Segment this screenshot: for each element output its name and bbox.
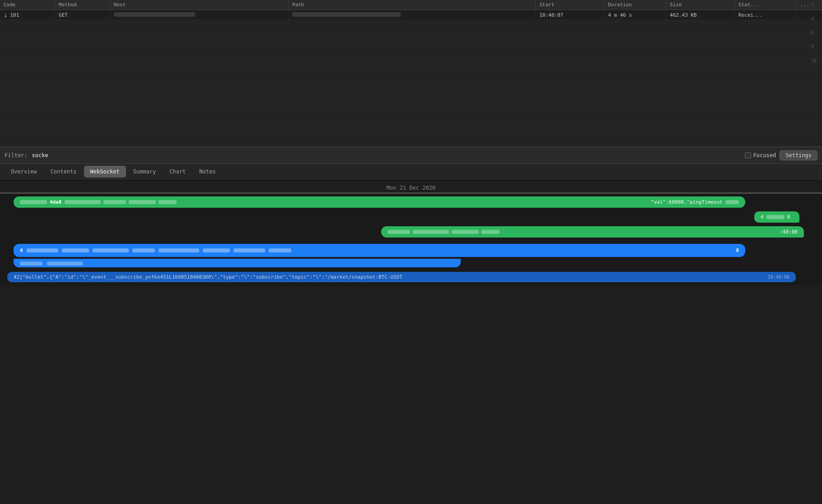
blurred-text <box>47 261 83 266</box>
msg-num-right: 8 <box>736 247 739 253</box>
msg-num-left: 4 <box>20 247 23 253</box>
code-value: 101 <box>10 12 19 18</box>
tab-contents[interactable]: Contents <box>44 166 83 177</box>
ws-message-row-5[interactable]: 42["bullet",{"A":"id":"\"_event___subscr… <box>0 271 822 284</box>
table-row-empty <box>0 134 822 147</box>
blurred-text <box>132 248 155 252</box>
ws-message-row-4b <box>0 257 822 269</box>
table-row-empty <box>0 121 822 134</box>
blurred-text <box>725 200 739 204</box>
col-header-method[interactable]: Method <box>55 0 110 10</box>
msg-count-right: 8 <box>787 214 790 220</box>
settings-button[interactable]: Settings <box>780 150 817 160</box>
blurred-text <box>103 200 126 204</box>
blurred-text <box>203 248 230 252</box>
col-header-size[interactable]: Size <box>666 0 735 10</box>
path-blurred <box>292 12 401 17</box>
row-numbers: 2 4 6 8 10 <box>811 0 817 63</box>
blurred-text <box>159 248 199 252</box>
host-blurred <box>114 12 195 17</box>
cell-host <box>110 10 288 20</box>
table-row-empty <box>0 109 822 121</box>
blurred-text <box>20 200 47 204</box>
msg-timestamp-2: 10:40:08 <box>768 275 789 280</box>
focused-checkbox-wrapper[interactable]: Focused <box>745 152 776 159</box>
blurred-text <box>481 230 500 234</box>
ws-bubble-green-1[interactable]: 4da8 "val":60000,"pingTimeout <box>14 196 745 208</box>
table-row-empty <box>0 20 822 33</box>
msg-text-suffix: "val":60000,"pingTimeout <box>651 199 723 205</box>
filter-input[interactable] <box>32 152 740 159</box>
focused-checkbox[interactable] <box>745 152 751 159</box>
col-header-path[interactable]: Path <box>288 0 535 10</box>
ws-bubble-green-small[interactable]: 4 8 <box>754 211 799 223</box>
blurred-text <box>766 215 785 219</box>
filter-label: Filter: <box>5 152 28 159</box>
table-row-empty <box>0 84 822 96</box>
tab-websocket[interactable]: WebSocket <box>84 166 126 177</box>
table-row-empty <box>0 58 822 71</box>
tab-chart[interactable]: Chart <box>163 166 192 177</box>
msg-timestamp: :40:08 <box>780 229 798 235</box>
cell-status: Recei... <box>735 10 797 20</box>
timeline-separator <box>0 193 822 193</box>
blurred-text <box>129 200 156 204</box>
col-header-host[interactable]: Host <box>110 0 288 10</box>
table-header-row: Code Method Host Path Start Duration Siz… <box>0 0 822 10</box>
date-header: Mon 21 Dec 2020 <box>0 181 822 193</box>
ws-message-row-2[interactable]: 4 8 <box>0 210 822 224</box>
tab-notes[interactable]: Notes <box>193 166 222 177</box>
download-arrow-icon: ↓ <box>4 12 7 18</box>
cell-more <box>796 10 822 20</box>
table-row-empty <box>0 96 822 109</box>
filter-right-controls: Focused Settings <box>745 150 817 160</box>
network-table: Code Method Host Path Start Duration Siz… <box>0 0 822 147</box>
tabs-bar: Overview Contents WebSocket Summary Char… <box>0 164 822 179</box>
ws-bubble-blue-1[interactable]: 4 8 <box>14 244 745 257</box>
col-header-duration[interactable]: Duration <box>604 0 666 10</box>
table-row[interactable]: ↓ 101 GET 10:40:07 4 m 46 s 462.43 KB Re… <box>0 10 822 20</box>
ws-bubble-blue-2[interactable]: 42["bullet",{"A":"id":"\"_event___subscr… <box>7 272 796 282</box>
msg-text-prefix: 4da8 <box>50 199 62 205</box>
ws-message-row-3[interactable]: :40:08 <box>0 225 822 239</box>
msg-raw-text: 42["bullet",{"A":"id":"\"_event___subscr… <box>14 274 402 280</box>
cell-code: ↓ 101 <box>0 10 55 20</box>
blurred-text <box>269 248 291 252</box>
tab-summary[interactable]: Summary <box>127 166 163 177</box>
cell-size: 462.43 KB <box>666 10 735 20</box>
ws-message-row-4[interactable]: 4 8 <box>0 243 822 258</box>
blurred-text <box>388 230 410 234</box>
ws-messages-area: Mon 21 Dec 2020 4da8 "val":60000,"pingTi… <box>0 179 822 285</box>
blurred-text <box>234 248 265 252</box>
table-row-empty <box>0 46 822 58</box>
col-header-code[interactable]: Code <box>0 0 55 10</box>
blurred-text <box>452 230 479 234</box>
blurred-text <box>27 248 58 252</box>
blurred-text <box>20 261 42 266</box>
blurred-text <box>93 248 129 252</box>
focused-label: Focused <box>753 152 776 159</box>
filter-bar: Filter: Focused Settings <box>0 147 822 164</box>
ws-message-row-1[interactable]: 4da8 "val":60000,"pingTimeout <box>0 195 822 209</box>
ws-bubble-blue-1-sub <box>14 259 461 267</box>
col-header-start[interactable]: Start <box>536 0 604 10</box>
col-header-more[interactable]: ... <box>796 0 822 10</box>
cell-path <box>288 10 535 20</box>
ws-bubble-green-medium[interactable]: :40:08 <box>381 226 804 238</box>
col-header-status[interactable]: Stat... <box>735 0 797 10</box>
tab-overview[interactable]: Overview <box>5 166 43 177</box>
blurred-text <box>65 200 101 204</box>
cell-duration: 4 m 46 s <box>604 10 666 20</box>
cell-method: GET <box>55 10 110 20</box>
table-row-empty <box>0 71 822 84</box>
blurred-text <box>62 248 89 252</box>
network-table-wrapper: Code Method Host Path Start Duration Siz… <box>0 0 822 147</box>
cell-start: 10:40:07 <box>536 10 604 20</box>
table-row-empty <box>0 33 822 46</box>
blurred-text <box>413 230 449 234</box>
msg-count-left: 4 <box>761 214 764 220</box>
blurred-text <box>159 200 177 204</box>
